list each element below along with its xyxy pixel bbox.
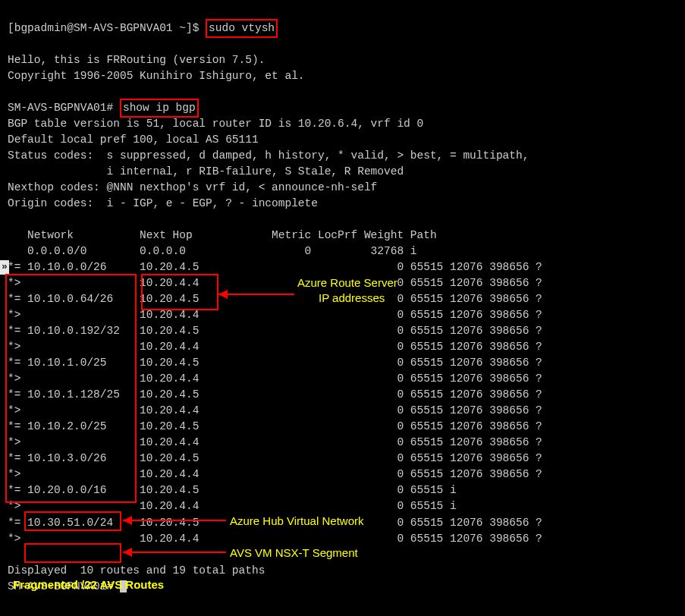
table-row: *> 10.20.4.4 0 65515 12076 398656 ? (8, 404, 542, 416)
table-row: 0.0.0.0/0 0.0.0.0 0 32768 i (8, 245, 417, 257)
origin-codes: Origin codes: i - IGP, e - EGP, ? - inco… (8, 197, 318, 209)
annot-hub-vnet: Azure Hub Virtual Network (230, 514, 363, 529)
table-row: *= 10.10.0.0/26 10.20.4.5 0 65515 12076 … (8, 261, 542, 273)
terminal-output[interactable]: [bgpadmin@SM-AVS-BGPNVA01 ~]$ sudo vtysh… (8, 5, 542, 595)
table-row: *= 10.10.1.128/25 10.20.4.5 0 65515 1207… (8, 388, 542, 401)
table-row: *> 10.20.4.4 0 65515 12076 398656 ? (8, 436, 542, 448)
cmd-show-ip-bgp: show ip bgp (120, 99, 199, 118)
frr-banner-2: Copyright 1996-2005 Kunihiro Ishiguro, e… (8, 70, 305, 82)
chevrons-icon: » (0, 260, 9, 275)
status-codes-1: Status codes: s suppressed, d damped, h … (8, 149, 529, 162)
bgp-header: Network Next Hop Metric LocPrf Weight Pa… (8, 229, 437, 241)
table-row: *= 10.20.0.0/16 10.20.4.5 0 65515 i (8, 484, 457, 496)
table-row: *> 10.20.4.4 0 65515 12076 398656 ? (8, 372, 542, 385)
frr-prompt: SM-AVS-BGPNVA01# (8, 102, 120, 114)
table-row: *= 10.10.0.64/26 10.20.4.5 0 65515 12076… (8, 293, 542, 305)
table-row: *> 10.20.4.4 0 65515 12076 398656 ? (8, 309, 542, 321)
annot-route-server-l2: IP addresses (319, 291, 385, 306)
shell-prompt: [bgpadmin@SM-AVS-BGPNVA01 ~]$ (8, 22, 206, 34)
table-row: *> 10.20.4.4 0 65515 12076 398656 ? (8, 341, 542, 353)
table-row: *> 10.20.4.4 0 65515 12076 398656 ? (8, 468, 542, 480)
cmd-sudo-vtysh: sudo vtysh (206, 19, 278, 38)
displayed-line: Displayed 10 routes and 19 total paths (8, 564, 265, 577)
bgp-default-pref: Default local pref 100, local AS 65111 (8, 134, 259, 146)
annot-route-server-l1: Azure Route Server (297, 276, 397, 291)
table-row: *> 10.20.4.4 0 65515 12076 398656 ? (8, 533, 542, 545)
table-row: *= 10.10.3.0/26 10.20.4.5 0 65515 12076 … (8, 452, 542, 464)
bgp-table-version: BGP table version is 51, local router ID… (8, 118, 423, 130)
annot-nsxt: AVS VM NSX-T Segment (230, 546, 358, 561)
annot-fragmented: Fragmented /22 AVS Routes (13, 578, 164, 592)
table-row: *> 10.20.4.4 0 65515 i (8, 500, 457, 512)
table-row: *= 10.10.1.0/25 10.20.4.5 0 65515 12076 … (8, 357, 542, 369)
table-row: *= 10.10.2.0/25 10.20.4.5 0 65515 12076 … (8, 420, 542, 432)
frr-banner-1: Hello, this is FRRouting (version 7.5). (8, 54, 265, 66)
table-row: *> 10.20.4.4 0 65515 12076 398656 ? (8, 277, 542, 289)
table-row: *= 10.10.0.192/32 10.20.4.5 0 65515 1207… (8, 325, 542, 337)
status-codes-2: i internal, r RIB-failure, S Stale, R Re… (8, 165, 404, 178)
nexthop-codes: Nexthop codes: @NNN nexthop's vrf id, < … (8, 181, 377, 193)
